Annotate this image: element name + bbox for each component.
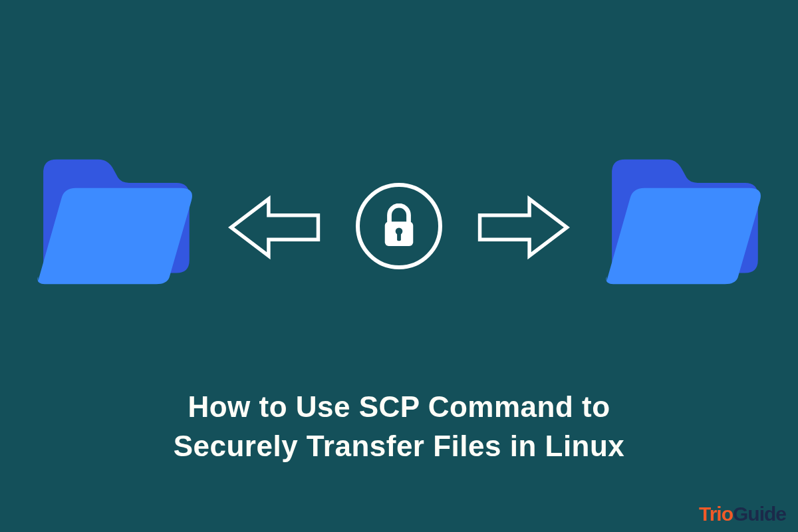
- brand-part-1: Trio: [699, 503, 733, 525]
- headline-line-2: Securely Transfer Files in Linux: [0, 426, 798, 466]
- page-headline: How to Use SCP Command to Securely Trans…: [0, 387, 798, 466]
- folder-icon-right: [605, 153, 761, 289]
- folder-icon-left: [37, 153, 193, 289]
- headline-line-1: How to Use SCP Command to: [0, 387, 798, 426]
- brand-logo: TrioGuide: [699, 503, 786, 525]
- svg-rect-2: [397, 233, 401, 241]
- lock-icon: [356, 183, 442, 269]
- arrow-right-icon: [473, 194, 573, 263]
- arrow-left-icon: [225, 194, 325, 263]
- brand-part-2: Guide: [733, 503, 786, 525]
